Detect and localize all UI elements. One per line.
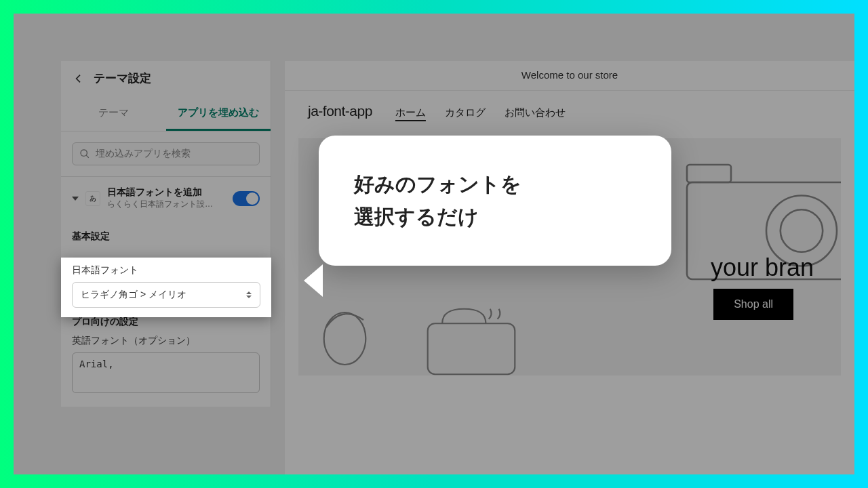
japanese-font-select[interactable]: ヒラギノ角ゴ > メイリオ	[72, 282, 260, 308]
shop-all-button[interactable]: Shop all	[713, 289, 793, 320]
search-input[interactable]: 埋め込みアプリを検索	[72, 142, 260, 165]
nav-catalog[interactable]: カタログ	[445, 106, 486, 119]
svg-rect-6	[428, 323, 515, 374]
tab-embed-apps[interactable]: アプリを埋め込む	[166, 98, 271, 131]
svg-rect-4	[687, 165, 731, 182]
sidebar-tabs: テーマ アプリを埋め込む	[61, 98, 271, 131]
hero-tagline: your bran	[711, 253, 814, 282]
preview-nav: ホーム カタログ お問い合わせ	[395, 106, 566, 119]
announcement-bar: Welcome to our store	[285, 61, 854, 91]
japanese-font-label: 日本語フォント	[72, 264, 260, 277]
store-logo[interactable]: ja-font-app	[308, 103, 372, 119]
hero-illustration-toaster	[420, 301, 522, 375]
chevron-left-icon	[73, 73, 84, 84]
back-button[interactable]	[72, 72, 85, 85]
tooltip-line-2: 選択するだけ	[354, 205, 479, 228]
callout-tooltip: 好みのフォントを 選択するだけ	[319, 136, 671, 266]
basic-settings-heading: 基本設定	[72, 220, 260, 249]
hero-illustration-glasses	[319, 294, 393, 375]
select-arrows-icon	[246, 291, 252, 298]
settings-sidebar: テーマ設定 テーマ アプリを埋め込む 埋め込みアプリを検索 あ 日本語フォントを…	[61, 61, 271, 407]
english-font-label: 英語フォント（オプション）	[72, 335, 260, 347]
app-embed-row[interactable]: あ 日本語フォントを追加 らくらく日本語フォント設定 | ...	[61, 177, 271, 220]
svg-point-3	[781, 209, 823, 251]
sidebar-title: テーマ設定	[94, 70, 151, 86]
app-embed-title: 日本語フォントを追加	[107, 186, 233, 199]
nav-contact[interactable]: お問い合わせ	[505, 106, 566, 119]
japanese-font-value: ヒラギノ角ゴ > メイリオ	[81, 289, 186, 301]
search-icon	[79, 148, 90, 159]
svg-point-5	[324, 312, 366, 365]
english-font-input[interactable]	[72, 352, 260, 393]
tooltip-arrow-icon	[304, 264, 323, 297]
app-icon: あ	[85, 191, 100, 206]
search-placeholder: 埋め込みアプリを検索	[96, 148, 191, 160]
nav-home[interactable]: ホーム	[395, 106, 426, 119]
storefront-preview: Welcome to our store ja-font-app ホーム カタロ…	[285, 61, 854, 474]
app-embed-toggle[interactable]	[233, 191, 260, 206]
preview-header: ja-font-app ホーム カタログ お問い合わせ	[285, 91, 854, 129]
chevron-down-icon	[72, 197, 79, 201]
japanese-font-selector: 日本語フォント ヒラギノ角ゴ > メイリオ	[61, 258, 271, 317]
tooltip-line-1: 好みのフォントを	[354, 173, 521, 195]
app-embed-subtitle: らくらく日本語フォント設定 | ...	[107, 199, 216, 210]
tab-theme[interactable]: テーマ	[61, 98, 166, 131]
